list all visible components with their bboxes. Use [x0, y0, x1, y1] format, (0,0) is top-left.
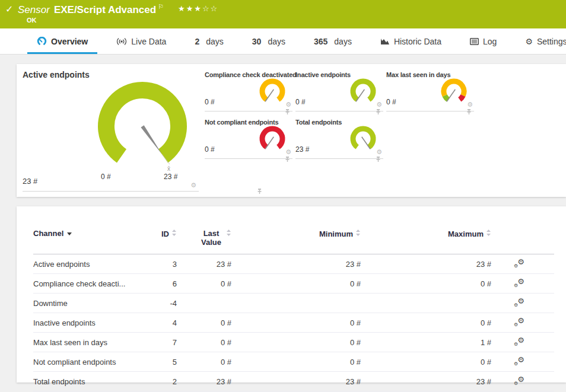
- average-marker: x̄: [167, 165, 170, 172]
- channel-name[interactable]: Active endpoints: [33, 254, 140, 274]
- gauge-value: 23 #: [295, 145, 309, 154]
- tab-bar: Overview Live Data 2 days 30 days 365 da…: [0, 28, 566, 55]
- sort-icon: [486, 229, 491, 237]
- area-chart-icon: [380, 37, 390, 45]
- gauge-settings-gear-icon[interactable]: ⚙: [285, 149, 291, 155]
- gauge-settings-gear-icon[interactable]: ⚙: [285, 101, 291, 108]
- table-row[interactable]: Max last seen in days 7 0 # 0 # 1 # ⚙⚙: [33, 333, 554, 352]
- channel-name[interactable]: Inactive endpoints: [33, 313, 140, 333]
- gauge-value: 0 #: [386, 98, 396, 106]
- pin-icon[interactable]: [376, 156, 381, 162]
- table-row[interactable]: Downtime -4 ⚙⚙: [33, 294, 554, 313]
- pin-icon[interactable]: [257, 188, 262, 195]
- gauge-panel-not-compliant[interactable]: Not compliant endpoints 0 # ⚙: [205, 116, 292, 159]
- channel-minimum: [231, 294, 361, 313]
- sort-icon: [355, 229, 361, 237]
- column-header-last-value[interactable]: Last Value: [177, 221, 231, 254]
- tab-settings[interactable]: ⚙ Settings: [511, 28, 566, 54]
- gauge-scale-min: 0 #: [101, 173, 111, 181]
- channel-maximum: 0 #: [361, 313, 491, 333]
- table-row[interactable]: Not compliant endpoints 5 0 # 0 # 0 # ⚙⚙: [33, 352, 554, 372]
- table-row[interactable]: Total endpoints 2 23 # 23 # 23 # ⚙⚙: [33, 372, 554, 391]
- channel-name[interactable]: Max last seen in days: [33, 333, 140, 352]
- channel-id: 6: [140, 274, 177, 294]
- priority-stars[interactable]: ★★★☆☆: [178, 4, 218, 13]
- active-endpoints-gauge: x̄: [83, 70, 202, 189]
- channel-name[interactable]: Total endpoints: [33, 372, 140, 391]
- channel-settings-icon[interactable]: ⚙⚙: [514, 298, 524, 307]
- pin-icon[interactable]: [285, 109, 290, 115]
- status-badge: OK: [27, 17, 37, 24]
- channel-settings-icon[interactable]: ⚙⚙: [514, 376, 524, 385]
- column-header-minimum[interactable]: Minimum: [231, 221, 361, 254]
- column-header-id[interactable]: ID: [140, 221, 177, 254]
- small-gauges-area: Compliance check deactivated 0 # ⚙ Inact…: [205, 64, 566, 164]
- sort-icon: [226, 229, 231, 237]
- gauge-value: 0 #: [295, 98, 306, 106]
- tab-label: days: [206, 37, 224, 46]
- gauge-settings-gear-icon[interactable]: ⚙: [376, 149, 382, 155]
- channel-last-value: [177, 294, 231, 313]
- tab-2-days[interactable]: 2 days: [180, 28, 237, 54]
- channels-table-card: Channel ID Last Value Minimum Maximum Ac…: [17, 206, 566, 383]
- channel-name[interactable]: Downtime: [33, 294, 140, 313]
- gauge-title: Inactive endpoints: [295, 71, 351, 78]
- flag-icon[interactable]: ⚐: [158, 3, 164, 10]
- channel-name[interactable]: Not compliant endpoints: [33, 352, 140, 372]
- tab-live-data[interactable]: Live Data: [102, 28, 180, 54]
- channel-last-value: 0 #: [177, 333, 231, 352]
- tab-30-days[interactable]: 30 days: [238, 28, 300, 54]
- gauge-scale-max: 23 #: [164, 173, 177, 181]
- column-header-maximum[interactable]: Maximum: [361, 221, 491, 254]
- channel-maximum: 1 #: [361, 333, 491, 352]
- gauge-settings-gear-icon[interactable]: ⚙: [467, 101, 473, 108]
- pin-icon[interactable]: [376, 109, 381, 115]
- channel-last-value: 0 #: [177, 274, 231, 294]
- sensor-title: EXE/Script Advanced: [54, 4, 156, 15]
- channel-maximum: [361, 294, 491, 313]
- gauge-panel-max-last-seen[interactable]: Max last seen in days 0 # ⚙: [386, 69, 474, 111]
- gauge-title: Total endpoints: [295, 119, 342, 126]
- channel-minimum: 23 #: [231, 372, 361, 391]
- channel-minimum: 0 #: [231, 313, 361, 333]
- column-header-channel[interactable]: Channel: [33, 221, 140, 254]
- gauge-settings-gear-icon[interactable]: ⚙: [376, 101, 382, 108]
- channel-settings-icon[interactable]: ⚙⚙: [514, 337, 524, 346]
- gauge-panel-active-endpoints[interactable]: Active endpoints x̄ 0 # 23 # 23 # ⚙: [17, 64, 205, 197]
- channel-maximum: 0 #: [361, 274, 491, 294]
- channel-minimum: 0 #: [231, 352, 361, 372]
- tab-overview[interactable]: Overview: [23, 28, 102, 54]
- channel-settings-icon[interactable]: ⚙⚙: [514, 259, 524, 268]
- gauge-title: Active endpoints: [23, 70, 90, 79]
- sort-icon: [171, 229, 177, 237]
- channel-name[interactable]: Compliance check deacti...: [33, 274, 140, 294]
- sort-desc-icon: [67, 232, 72, 235]
- pin-icon[interactable]: [466, 109, 472, 115]
- tab-label: Live Data: [131, 37, 166, 46]
- tab-label: Settings: [537, 37, 566, 46]
- object-kind-label: Sensor: [18, 4, 50, 15]
- tab-365-days[interactable]: 365 days: [300, 28, 366, 54]
- tab-label: Log: [483, 37, 497, 46]
- table-row[interactable]: Active endpoints 3 23 # 23 # 23 # ⚙⚙: [33, 254, 554, 274]
- table-row[interactable]: Compliance check deacti... 6 0 # 0 # 0 #…: [33, 274, 554, 294]
- table-row[interactable]: Inactive endpoints 4 0 # 0 # 0 # ⚙⚙: [33, 313, 554, 333]
- channel-last-value: 0 #: [177, 352, 231, 372]
- gauge-panel-compliance-check-deactivated[interactable]: Compliance check deactivated 0 # ⚙: [205, 69, 292, 111]
- gauges-card: Active endpoints x̄ 0 # 23 # 23 # ⚙ Comp…: [17, 64, 566, 197]
- channel-last-value: 23 #: [177, 254, 231, 274]
- gauge-panel-inactive-endpoints[interactable]: Inactive endpoints 0 # ⚙: [295, 69, 383, 111]
- ok-check-icon: ✓: [5, 4, 13, 15]
- channel-settings-icon[interactable]: ⚙⚙: [514, 356, 524, 366]
- tab-historic-data[interactable]: Historic Data: [366, 28, 456, 54]
- channel-settings-icon[interactable]: ⚙⚙: [514, 278, 524, 288]
- tab-log[interactable]: Settings Log: [456, 28, 511, 54]
- channel-id: 3: [140, 254, 177, 274]
- gauge-panel-total-endpoints[interactable]: Total endpoints 23 # ⚙: [295, 116, 383, 159]
- gauge-settings-gear-icon[interactable]: ⚙: [190, 182, 196, 189]
- gauge-value: 23 #: [23, 177, 37, 186]
- channel-maximum: 23 #: [361, 254, 491, 274]
- pin-icon[interactable]: [285, 156, 290, 162]
- channel-settings-icon[interactable]: ⚙⚙: [514, 317, 524, 327]
- content-area: Active endpoints x̄ 0 # 23 # 23 # ⚙ Comp…: [0, 55, 566, 383]
